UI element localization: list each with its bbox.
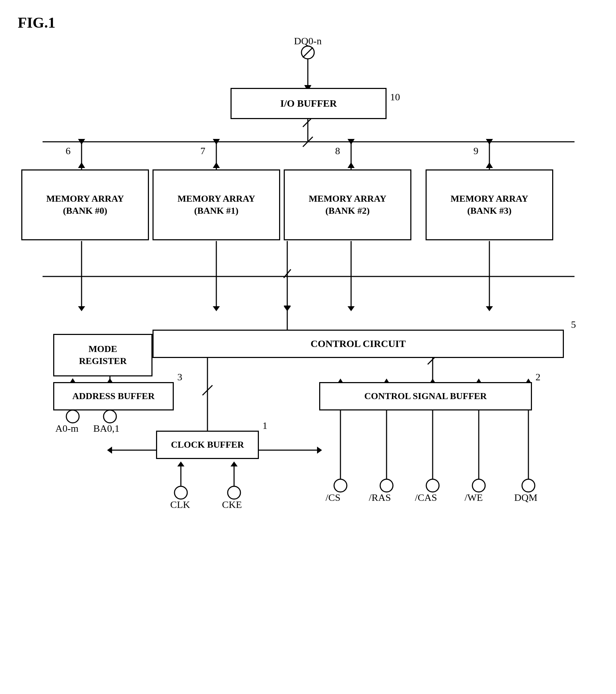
svg-marker-22 [213, 306, 220, 311]
control-circuit-ref: 5 [571, 319, 576, 330]
ba01-label: BA0,1 [93, 423, 120, 434]
svg-point-41 [104, 410, 116, 423]
svg-line-1 [303, 47, 313, 57]
svg-point-60 [380, 479, 393, 492]
clock-buffer-box: CLOCK BUFFER [156, 431, 259, 459]
svg-point-0 [301, 46, 314, 59]
bank3-ref: 9 [473, 145, 478, 157]
memory-array-bank2: MEMORY ARRAY(BANK #2) [284, 169, 411, 240]
control-signal-buffer-ref: 2 [535, 371, 540, 383]
svg-marker-46 [317, 447, 322, 454]
dqm-label: DQM [514, 492, 537, 503]
control-signal-buffer-box: CONTROL SIGNAL BUFFER [319, 382, 532, 410]
svg-line-75 [202, 385, 212, 395]
bank1-ref: 7 [200, 145, 205, 157]
svg-marker-54 [231, 461, 238, 466]
svg-marker-9 [78, 162, 85, 168]
memory-array-bank3: MEMORY ARRAY(BANK #3) [426, 169, 553, 240]
svg-line-28 [284, 269, 291, 278]
control-circuit-box: CONTROL CIRCUIT [152, 330, 564, 358]
figure-title: FIG.1 [18, 14, 55, 31]
io-buffer-box: I/O BUFFER [231, 88, 387, 119]
svg-point-69 [522, 479, 535, 492]
svg-marker-30 [284, 306, 291, 311]
bank2-ref: 8 [335, 145, 340, 157]
svg-marker-51 [177, 461, 184, 466]
address-buffer-box: ADDRESS BUFFER [53, 382, 174, 410]
svg-marker-44 [107, 447, 112, 454]
io-buffer-ref: 10 [390, 91, 400, 103]
svg-point-52 [228, 486, 240, 499]
a0m-label: A0-m [55, 423, 78, 434]
svg-line-5 [303, 137, 313, 147]
clock-buffer-ref: 1 [262, 420, 267, 431]
cas-label: /CAS [415, 492, 437, 503]
svg-point-57 [334, 479, 347, 492]
svg-marker-20 [78, 306, 85, 311]
mode-register-box: MODEREGISTER [53, 334, 152, 376]
svg-marker-24 [348, 306, 355, 311]
svg-point-63 [426, 479, 439, 492]
svg-marker-14 [348, 139, 355, 145]
svg-marker-15 [348, 162, 355, 168]
svg-marker-12 [213, 162, 220, 168]
svg-marker-11 [213, 139, 220, 145]
cs-label: /CS [326, 492, 340, 503]
svg-marker-18 [486, 162, 493, 168]
svg-marker-17 [486, 139, 493, 145]
svg-marker-26 [486, 306, 493, 311]
bank0-ref: 6 [66, 145, 71, 157]
we-label: /WE [465, 492, 483, 503]
svg-marker-34 [284, 306, 291, 310]
dq-label: DQ0-n [287, 35, 329, 47]
memory-array-bank0: MEMORY ARRAY(BANK #0) [21, 169, 149, 240]
svg-point-49 [174, 486, 187, 499]
memory-array-bank1: MEMORY ARRAY(BANK #1) [152, 169, 280, 240]
cke-label: CKE [222, 499, 242, 510]
svg-marker-8 [78, 139, 85, 145]
address-buffer-ref: 3 [177, 371, 182, 383]
svg-point-38 [66, 410, 79, 423]
ras-label: /RAS [369, 492, 391, 503]
clk-label: CLK [170, 499, 190, 510]
svg-point-66 [472, 479, 485, 492]
